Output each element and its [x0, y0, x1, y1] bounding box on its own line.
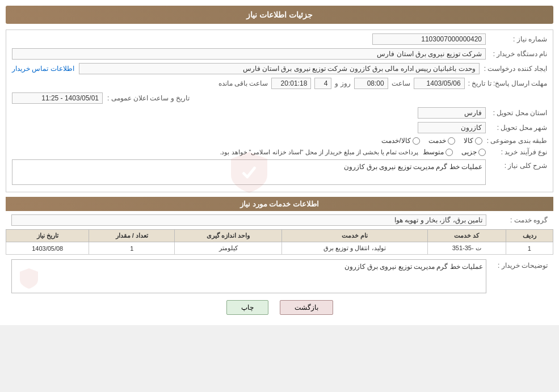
radio-kala-item[interactable]: کالا: [464, 137, 482, 145]
col-tarikh: تاریخ نیاز: [6, 230, 89, 242]
shahr-label: شهر محل تحویل :: [490, 124, 547, 132]
radio-kala-khedmat[interactable]: [413, 137, 420, 145]
sharh-kolli-value: عملیات خط گرم مدیریت توزیع نیروی برق کاز…: [344, 163, 482, 171]
shomare-niaz-label: شماره نیاز :: [490, 35, 547, 43]
tousifat-label: توضیحات خریدار :: [491, 262, 548, 269]
roz-value: 4: [314, 78, 331, 89]
cell-tedad: 1: [89, 242, 175, 255]
print-button[interactable]: چاپ: [226, 300, 268, 315]
page-header: جزئیات اطلاعات نیاز: [6, 6, 553, 24]
cell-nam-khedmat: تولید، انتقال و توزیع برق: [282, 242, 427, 255]
nam-dastgah-value: شرکت توزیع نیروی برق استان فارس: [12, 48, 486, 60]
radio-khedmat-item[interactable]: خدمت: [428, 137, 455, 145]
back-button[interactable]: بازگشت: [280, 300, 333, 315]
sharh-kolli-container: عملیات خط گرم مدیریت توزیع نیروی برق کاز…: [12, 159, 486, 185]
saat-label: ساعت: [392, 79, 410, 87]
tarighe-label: طبقه بندی موضوعی :: [487, 137, 547, 145]
radio-khedmat-label: خدمت: [428, 137, 446, 145]
time-remaining: 20:01:18: [271, 78, 311, 89]
tarighe-radio-group: کالا خدمت کالا/خدمت: [381, 137, 482, 145]
ettelaat-tamas-link[interactable]: اطلاعات تماس خریدار: [12, 65, 74, 73]
buttons-row: بازگشت چاپ: [6, 300, 553, 315]
radio-kala-khedmat-item[interactable]: کالا/خدمت: [381, 137, 419, 145]
ijad-konande-value: وحدت باغبانیان رییس اداره مالی برق کازرو…: [79, 63, 480, 74]
roz-label: روز و: [335, 79, 350, 87]
tarikh-value: 1403/05/06: [414, 78, 465, 89]
noe-farayand-label: نوع فرآیند خرید :: [490, 148, 547, 156]
tousifat-container: عملیات خط گرم مدیریت توزیع نیروی برق کاز…: [11, 259, 486, 293]
radio-motovaset-item[interactable]: متوسط: [423, 148, 453, 156]
saat-baqi-label: ساعت باقی مانده: [218, 79, 268, 87]
khadamat-table: ردیف کد خدمت نام خدمت واحد اندازه گیری ت…: [6, 229, 553, 255]
radio-jozii-item[interactable]: جزیی: [461, 148, 486, 156]
ijad-konande-label: ایجاد کننده درخواست :: [484, 65, 547, 73]
col-kod-khedmat: کد خدمت: [427, 230, 506, 242]
grohe-khedmat-value: تامین برق، گاز، بخار و تهویه هوا: [11, 214, 486, 226]
col-radif: ردیف: [506, 230, 553, 242]
radio-kala-label: کالا: [464, 137, 473, 145]
radio-motovaset-label: متوسط: [423, 148, 444, 156]
table-row: 1 ت -35-351 تولید، انتقال و توزیع برق کی…: [6, 242, 553, 255]
ostan-value: فارس: [418, 107, 486, 119]
shahr-value: کازرون: [418, 122, 486, 133]
cell-radif: 1: [506, 242, 553, 255]
cell-tarikh: 1403/05/08: [6, 242, 89, 255]
col-nam-khedmat: نام خدمت: [282, 230, 427, 242]
col-tedad: تعداد / مقدار: [89, 230, 175, 242]
nam-dastgah-label: نام دستگاه خریدار :: [490, 50, 547, 58]
saat-value: 08:00: [354, 78, 388, 89]
tarikh-elan-value: 1403/05/01 - 11:25: [12, 92, 103, 104]
khadamat-section-header: اطلاعات خدمات مورد نیاز: [6, 197, 553, 211]
noe-farayand-radio-group: جزیی متوسط: [423, 148, 486, 156]
mohlat-ersal-label: مهلت ارسال پاسخ: تا تاریخ :: [468, 79, 547, 87]
grohe-khedmat-label: گروه خدمت :: [491, 216, 548, 224]
radio-jozii-label: جزیی: [461, 148, 477, 156]
ostan-label: استان محل تحویل :: [490, 109, 547, 117]
radio-kala-khedmat-label: کالا/خدمت: [381, 137, 410, 145]
tarikh-elan-label: تاریخ و ساعت اعلان عمومی :: [107, 94, 190, 102]
page-title: جزئیات اطلاعات نیاز: [246, 10, 313, 19]
watermark-shield-icon: [226, 150, 272, 195]
tousifat-value: عملیات خط گرم مدیریت توزیع نیروی برق کاز…: [344, 263, 483, 271]
cell-kod-khedmat: ت -35-351: [427, 242, 506, 255]
watermark-small-icon: [18, 267, 40, 290]
sharh-kolli-label: شرح کلی نیاز :: [490, 162, 547, 170]
cell-vahed-andaze: کیلومتر: [175, 242, 282, 255]
radio-motovaset[interactable]: [445, 149, 453, 156]
radio-khedmat[interactable]: [448, 137, 455, 145]
shomare-niaz-value: 1103007000000420: [372, 33, 486, 45]
col-vahed-andaze: واحد اندازه گیری: [175, 230, 282, 242]
radio-kala[interactable]: [475, 137, 482, 145]
radio-jozii[interactable]: [478, 149, 486, 156]
